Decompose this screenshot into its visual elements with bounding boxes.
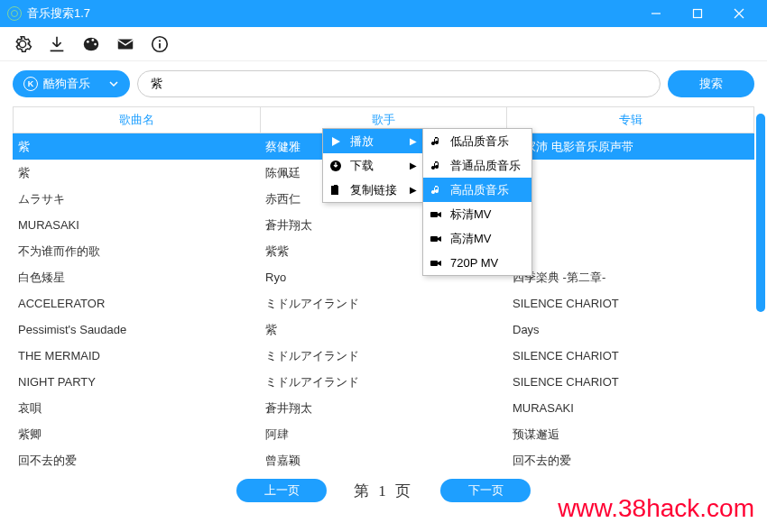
- cell-song: THE MERMAID: [13, 349, 260, 362]
- menu-label: 高清MV: [450, 231, 492, 247]
- cell-song: ムラサキ: [13, 191, 260, 207]
- mail-icon[interactable]: [116, 34, 135, 54]
- window-title: 音乐搜索1.7: [27, 5, 90, 22]
- cell-song: 回不去的爱: [13, 453, 260, 469]
- watermark: www.38hack.com: [558, 494, 754, 523]
- download-icon[interactable]: [47, 34, 67, 54]
- cell-album: MURASAKI: [507, 401, 754, 415]
- minimize-button[interactable]: [635, 0, 677, 27]
- cell-song: 白色矮星: [13, 270, 260, 286]
- menu-label: 普通品质音乐: [450, 158, 521, 174]
- note-icon: [429, 160, 443, 172]
- menu-label: 标清MV: [450, 206, 492, 223]
- table-row[interactable]: THE MERMAIDミドルアイランドSILENCE CHARIOT: [13, 343, 754, 369]
- col-song[interactable]: 歌曲名: [14, 106, 261, 133]
- svg-point-10: [159, 40, 161, 41]
- cell-artist: ミドルアイランド: [260, 348, 507, 364]
- table-row[interactable]: 白色矮星Ryo四季楽典 -第二章-: [13, 264, 754, 290]
- svg-point-7: [94, 42, 97, 45]
- menu-label: 下载: [350, 158, 374, 174]
- svg-rect-8: [118, 39, 134, 49]
- note-icon: [429, 184, 443, 197]
- toolbar: [0, 27, 767, 61]
- page-info: 第 1 页: [354, 481, 413, 501]
- col-album[interactable]: 专辑: [507, 106, 753, 133]
- menu-item[interactable]: 720P MV: [423, 251, 531, 275]
- table-row[interactable]: 哀唄蒼井翔太MURASAKI: [13, 395, 754, 421]
- svg-point-6: [91, 39, 94, 41]
- table-row[interactable]: 回不去的爱曾嘉颖回不去的爱: [13, 447, 754, 473]
- copy-icon: [328, 184, 343, 197]
- cell-album: 傾家沛 电影音乐原声带: [507, 139, 754, 155]
- table-row[interactable]: 紫卿阿肆预谋邂逅: [13, 421, 754, 447]
- prev-page-button[interactable]: 上一页: [236, 479, 327, 502]
- menu-item[interactable]: 高清MV: [423, 226, 531, 251]
- table-row[interactable]: ACCELERATORミドルアイランドSILENCE CHARIOT: [13, 290, 754, 316]
- cell-album: 回不去的爱: [507, 453, 754, 469]
- chevron-right-icon: ▶: [410, 136, 417, 146]
- cell-album: SILENCE CHARIOT: [507, 297, 754, 310]
- cell-artist: 阿肆: [260, 427, 507, 443]
- menu-item[interactable]: 高品质音乐: [423, 178, 531, 202]
- scroll-thumb[interactable]: [756, 114, 765, 312]
- info-icon[interactable]: [150, 34, 170, 54]
- menu-label: 复制链接: [350, 182, 397, 198]
- cell-album: 预谋邂逅: [507, 427, 754, 443]
- cell-song: 紫: [13, 139, 260, 155]
- cell-album: 曲: [507, 165, 754, 181]
- menu-item[interactable]: 普通品质音乐: [423, 153, 531, 178]
- svg-point-5: [87, 40, 89, 42]
- svg-rect-15: [430, 212, 438, 217]
- video-icon: [429, 208, 443, 221]
- source-dropdown[interactable]: K 酷狗音乐: [13, 70, 130, 97]
- chevron-right-icon: ▶: [410, 161, 417, 170]
- menu-label: 播放: [350, 133, 374, 150]
- cell-song: NIGHT PARTY: [13, 375, 260, 389]
- close-button[interactable]: [718, 0, 760, 27]
- play-icon: [328, 135, 343, 148]
- menu-item[interactable]: 复制链接▶: [323, 178, 422, 202]
- svg-rect-16: [430, 236, 438, 242]
- cell-artist: 紫: [260, 322, 507, 338]
- video-icon: [429, 233, 443, 245]
- svg-rect-1: [694, 10, 702, 18]
- chevron-right-icon: ▶: [410, 185, 417, 195]
- menu-item[interactable]: 下载▶: [323, 153, 422, 178]
- menu-label: 720P MV: [450, 256, 498, 270]
- svg-rect-17: [430, 261, 438, 266]
- menu-item[interactable]: 低品质音乐: [423, 129, 531, 153]
- settings-icon[interactable]: [13, 34, 32, 54]
- menu-label: 高品质音乐: [450, 182, 509, 198]
- menu-item[interactable]: 播放▶: [323, 129, 422, 153]
- search-input[interactable]: [137, 70, 661, 97]
- search-button[interactable]: 搜索: [668, 70, 754, 97]
- cell-artist: 蒼井翔太: [260, 400, 507, 417]
- table-row[interactable]: 不为谁而作的歌紫紫: [13, 238, 754, 264]
- menu-label: 低品质音乐: [450, 133, 509, 150]
- cell-artist: 曾嘉颖: [260, 453, 507, 469]
- video-icon: [429, 257, 443, 270]
- next-page-button[interactable]: 下一页: [440, 479, 531, 502]
- context-submenu[interactable]: 低品质音乐普通品质音乐高品质音乐标清MV高清MV720P MV: [422, 128, 532, 276]
- cell-album: Days: [507, 323, 754, 336]
- searchbar: K 酷狗音乐 搜索: [0, 61, 767, 106]
- scrollbar[interactable]: [756, 106, 765, 485]
- chevron-down-icon: [108, 78, 119, 89]
- source-icon: K: [23, 77, 38, 91]
- cell-album: SILENCE CHARIOT: [507, 375, 754, 389]
- cell-album: al: [507, 192, 754, 206]
- menu-item[interactable]: 标清MV: [423, 202, 531, 226]
- table-row[interactable]: MURASAKI蒼井翔太: [13, 212, 754, 238]
- theme-icon[interactable]: [81, 34, 101, 54]
- context-menu[interactable]: 播放▶下载▶复制链接▶: [322, 128, 423, 203]
- svg-rect-13: [331, 186, 338, 195]
- table-row[interactable]: NIGHT PARTYミドルアイランドSILENCE CHARIOT: [13, 369, 754, 395]
- svg-rect-14: [334, 185, 337, 187]
- note-icon: [429, 135, 443, 148]
- source-label: 酷狗音乐: [43, 76, 90, 92]
- cell-album: 四季楽典 -第二章-: [507, 270, 754, 286]
- table-row[interactable]: Pessimist's Saudade紫Days: [13, 316, 754, 343]
- cell-song: 哀唄: [13, 400, 260, 417]
- cell-song: 不为谁而作的歌: [13, 243, 260, 260]
- maximize-button[interactable]: [677, 0, 718, 27]
